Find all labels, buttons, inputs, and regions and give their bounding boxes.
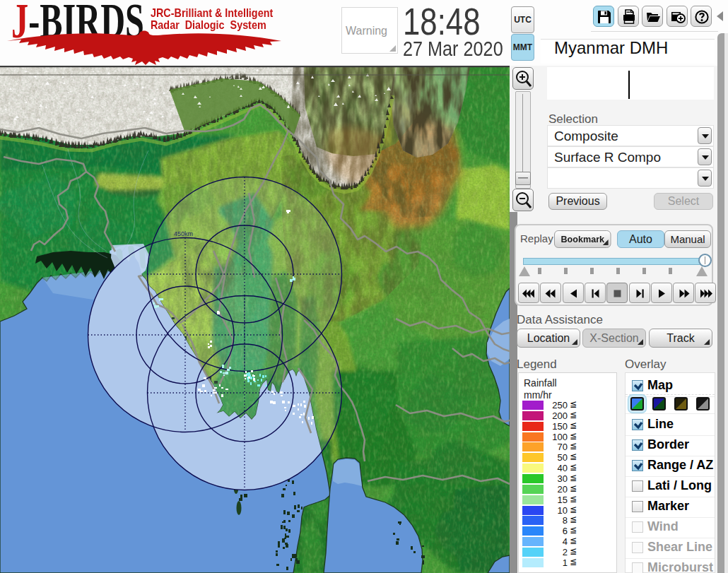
svg-text:450km: 450km bbox=[174, 230, 193, 237]
